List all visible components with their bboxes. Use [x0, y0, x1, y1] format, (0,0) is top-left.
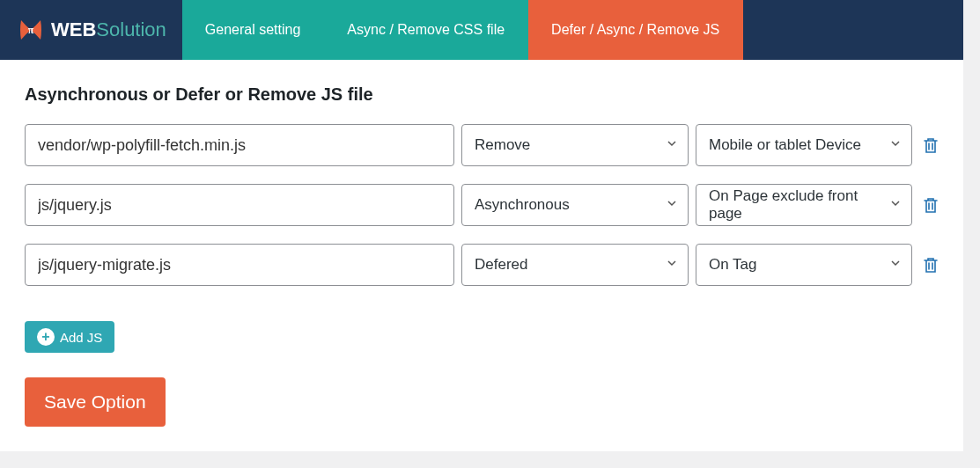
- condition-select-wrap: On Tag: [696, 244, 912, 286]
- js-rule-row: Asynchronous On Page exclude front page: [25, 184, 939, 226]
- tab-async-remove-css[interactable]: Async / Remove CSS file: [324, 0, 528, 60]
- trash-icon[interactable]: [923, 136, 939, 154]
- tab-general-setting[interactable]: General setting: [182, 0, 325, 60]
- logo-icon: π: [16, 15, 46, 45]
- mode-value: Remove: [475, 136, 530, 154]
- js-rule-row: Defered On Tag: [25, 244, 939, 286]
- condition-select[interactable]: Mobile or tablet Device: [696, 124, 912, 166]
- condition-select[interactable]: On Tag: [696, 244, 912, 286]
- condition-select-wrap: Mobile or tablet Device: [696, 124, 912, 166]
- svg-text:π: π: [28, 24, 34, 36]
- mode-value: Defered: [475, 256, 527, 274]
- plus-circle-icon: +: [37, 328, 55, 346]
- file-path-input[interactable]: [25, 124, 454, 166]
- content-area: Asynchronous or Defer or Remove JS file …: [0, 60, 963, 451]
- js-rule-row: Remove Mobile or tablet Device: [25, 124, 939, 166]
- save-option-button[interactable]: Save Option: [25, 377, 166, 427]
- tabs: General setting Async / Remove CSS file …: [182, 0, 743, 60]
- mode-select[interactable]: Asynchronous: [461, 184, 689, 226]
- logo-text: WEBSolution: [51, 18, 166, 41]
- tab-defer-async-remove-js[interactable]: Defer / Async / Remove JS: [528, 0, 743, 60]
- condition-select[interactable]: On Page exclude front page: [696, 184, 912, 226]
- condition-value: On Page exclude front page: [709, 187, 878, 223]
- trash-icon[interactable]: [923, 196, 939, 214]
- condition-value: Mobile or tablet Device: [709, 136, 861, 154]
- trash-icon[interactable]: [923, 256, 939, 274]
- mode-value: Asynchronous: [475, 196, 570, 214]
- logo: π WEBSolution: [0, 0, 182, 60]
- mode-select[interactable]: Defered: [461, 244, 689, 286]
- condition-value: On Tag: [709, 256, 757, 274]
- condition-select-wrap: On Page exclude front page: [696, 184, 912, 226]
- file-path-input[interactable]: [25, 184, 454, 226]
- save-button-label: Save Option: [44, 391, 146, 412]
- tab-label: Defer / Async / Remove JS: [551, 22, 719, 38]
- mode-select-wrap: Defered: [461, 244, 689, 286]
- header-bar: π WEBSolution General setting Async / Re…: [0, 0, 963, 60]
- add-button-label: Add JS: [60, 330, 102, 345]
- tab-label: General setting: [205, 22, 301, 38]
- mode-select-wrap: Remove: [461, 124, 689, 166]
- add-js-button[interactable]: + Add JS: [25, 321, 114, 353]
- mode-select[interactable]: Remove: [461, 124, 689, 166]
- page-title: Asynchronous or Defer or Remove JS file: [25, 84, 939, 105]
- mode-select-wrap: Asynchronous: [461, 184, 689, 226]
- file-path-input[interactable]: [25, 244, 454, 286]
- tab-label: Async / Remove CSS file: [347, 22, 505, 38]
